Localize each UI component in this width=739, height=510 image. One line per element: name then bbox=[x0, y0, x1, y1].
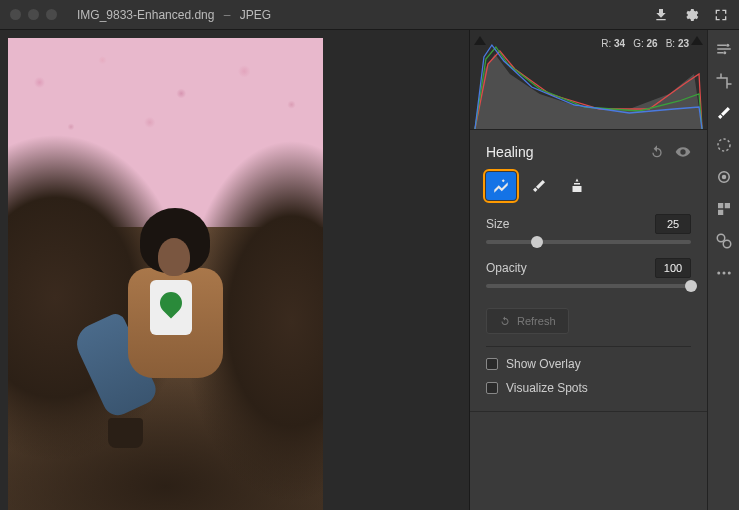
opacity-slider-thumb[interactable] bbox=[685, 280, 697, 292]
size-slider[interactable] bbox=[486, 240, 691, 244]
more-icon[interactable] bbox=[715, 264, 733, 282]
reset-icon[interactable] bbox=[649, 144, 665, 160]
show-overlay-label: Show Overlay bbox=[506, 357, 581, 371]
refresh-button[interactable]: Refresh bbox=[486, 308, 569, 334]
refresh-label: Refresh bbox=[517, 315, 556, 327]
healing-tool-row bbox=[486, 172, 691, 200]
opacity-label: Opacity bbox=[486, 261, 536, 275]
svg-point-12 bbox=[727, 272, 730, 275]
photo-preview bbox=[8, 38, 323, 510]
fullscreen-icon[interactable] bbox=[713, 7, 729, 23]
healing-icon[interactable] bbox=[715, 104, 733, 122]
svg-rect-6 bbox=[724, 203, 729, 208]
filename: IMG_9833-Enhanced.dng bbox=[77, 8, 214, 22]
healing-section: Healing Size bbox=[470, 130, 707, 412]
refresh-icon bbox=[499, 315, 511, 327]
clone-tool[interactable] bbox=[562, 172, 592, 200]
close-window-icon[interactable] bbox=[10, 9, 21, 20]
content-aware-remove-tool[interactable] bbox=[486, 172, 516, 200]
title-bar: IMG_9833-Enhanced.dng – JPEG bbox=[0, 0, 739, 30]
presets-icon[interactable] bbox=[715, 200, 733, 218]
crop-icon[interactable] bbox=[715, 72, 733, 90]
svg-point-1 bbox=[723, 51, 726, 54]
svg-point-9 bbox=[723, 240, 731, 248]
right-panel: R: 34 G: 26 B: 23 Healing bbox=[469, 30, 707, 510]
file-format: JPEG bbox=[240, 8, 271, 22]
tool-strip bbox=[707, 30, 739, 510]
minimize-window-icon[interactable] bbox=[28, 9, 39, 20]
gear-icon[interactable] bbox=[683, 7, 699, 23]
window-controls bbox=[10, 9, 57, 20]
size-input[interactable] bbox=[655, 214, 691, 234]
redeye-icon[interactable] bbox=[715, 168, 733, 186]
size-label: Size bbox=[486, 217, 536, 231]
visualize-spots-label: Visualize Spots bbox=[506, 381, 588, 395]
histogram-curves bbox=[470, 39, 707, 129]
heal-tool[interactable] bbox=[524, 172, 554, 200]
size-slider-thumb[interactable] bbox=[531, 236, 543, 248]
document-title: IMG_9833-Enhanced.dng – JPEG bbox=[77, 8, 271, 22]
maximize-window-icon[interactable] bbox=[46, 9, 57, 20]
opacity-input[interactable] bbox=[655, 258, 691, 278]
svg-point-8 bbox=[717, 234, 725, 242]
eye-icon[interactable] bbox=[675, 144, 691, 160]
svg-point-10 bbox=[717, 272, 720, 275]
svg-rect-7 bbox=[718, 210, 723, 215]
histogram[interactable]: R: 34 G: 26 B: 23 bbox=[470, 30, 707, 130]
opacity-slider[interactable] bbox=[486, 284, 691, 288]
snapshots-icon[interactable] bbox=[715, 232, 733, 250]
svg-point-2 bbox=[718, 139, 730, 151]
masking-icon[interactable] bbox=[715, 136, 733, 154]
show-overlay-checkbox[interactable] bbox=[486, 358, 498, 370]
visualize-spots-checkbox[interactable] bbox=[486, 382, 498, 394]
svg-point-11 bbox=[722, 272, 725, 275]
svg-rect-5 bbox=[718, 203, 723, 208]
title-separator: – bbox=[224, 8, 231, 22]
edit-sliders-icon[interactable] bbox=[715, 40, 733, 58]
svg-point-4 bbox=[721, 175, 726, 180]
svg-point-0 bbox=[726, 44, 729, 47]
export-icon[interactable] bbox=[653, 7, 669, 23]
panel-title: Healing bbox=[486, 144, 639, 160]
image-canvas[interactable] bbox=[0, 30, 469, 510]
